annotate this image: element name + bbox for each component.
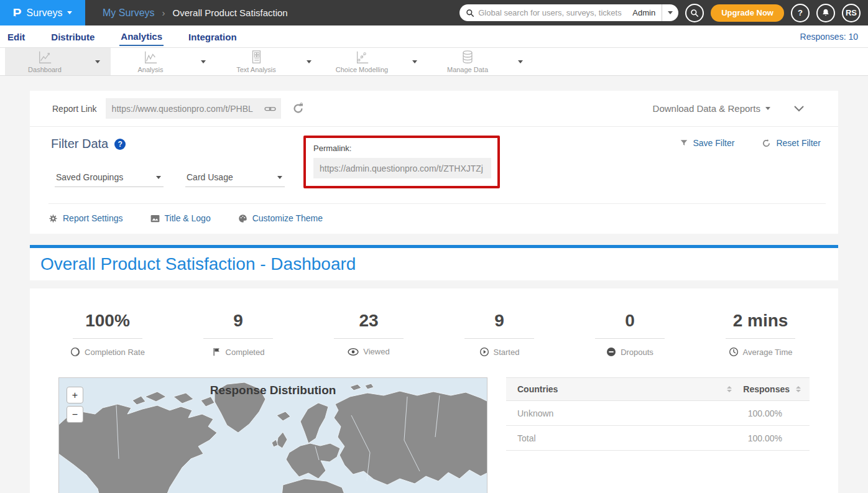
breadcrumb-my-surveys[interactable]: My Surveys [103,7,155,19]
report-title-band: Overall Product Satisfaction - Dashboard [30,245,838,280]
save-filter-label: Save Filter [693,138,735,148]
card-usage-select[interactable]: Card Usage [185,170,285,187]
palette-icon [238,214,247,223]
chevron-down-icon [67,11,72,14]
filter-help-icon[interactable]: ? [114,139,126,150]
stat-label: Started [494,348,520,357]
saved-groupings-select[interactable]: Saved Groupings [55,170,164,187]
clock-icon [729,347,739,357]
countries-column-header[interactable]: Countries [517,384,558,394]
map-zoom-in-button[interactable]: + [67,387,83,403]
report-settings-label: Report Settings [63,213,123,223]
stat-dropouts: 0 Dropouts [565,311,695,357]
filter-data-heading: Filter Data [51,137,108,151]
notifications-button[interactable] [816,4,835,22]
upgrade-now-button[interactable]: Upgrade Now [711,4,784,22]
toolbar-tab-label: Dashboard [28,66,62,73]
tab-analytics[interactable]: Analytics [119,27,164,46]
chevron-down-icon [277,176,282,179]
page-title: Overall Product Satisfaction - Dashboard [40,254,356,274]
refresh-icon [762,139,771,148]
funnel-icon [680,139,688,147]
response-distribution-map[interactable]: Response Distribution + − [58,377,487,493]
sort-icon[interactable] [796,386,801,392]
surveys-product-menu[interactable]: P Surveys [0,0,85,25]
search-scope-dropdown[interactable] [662,4,678,21]
saved-groupings-value: Saved Groupings [56,172,123,182]
country-cell: Total [517,433,748,443]
stat-value: 0 [565,311,695,331]
secure-report-lock-icon[interactable] [292,103,304,114]
breadcrumb-separator: › [162,7,165,18]
database-icon [459,50,476,65]
global-search-input[interactable] [478,8,626,17]
card-usage-value: Card Usage [187,172,233,182]
title-logo-link[interactable]: Title & Logo [150,213,211,223]
responses-column-header[interactable]: Responses [743,384,790,394]
map-zoom-out-button[interactable]: − [67,406,83,423]
report-settings-link[interactable]: Report Settings [48,213,123,223]
line-chart-icon [37,50,53,65]
chevron-down-icon [156,176,161,179]
country-cell: Unknown [517,408,748,418]
stat-average-time: 2 mins Average Time [695,311,826,357]
responses-cell: 100.00% [748,408,782,418]
responses-cell: 100.00% [748,433,782,443]
table-row: Unknown 100.00% [506,401,810,426]
search-icon [466,9,474,17]
stat-viewed: 23 Viewed [303,311,434,357]
stat-completion-rate: 100% Completion Rate [42,311,173,357]
document-grid-icon [248,50,264,65]
toolbar-tab-choice-modelling[interactable]: Choice Modelling [322,48,428,75]
text-analysis-dropdown-caret[interactable] [296,60,322,63]
table-row: Total 100.00% [506,426,810,451]
dashboard-dropdown-caret[interactable] [85,60,111,63]
toolbar-tab-text-analysis[interactable]: Text Analysis [216,48,322,75]
permalink-input[interactable] [320,164,486,173]
toolbar-tab-manage-data[interactable]: Manage Data [428,48,533,75]
report-filter-card: Report Link Download Data & Reports Filt… [30,91,838,234]
countries-table: Countries Responses Unknown 100.00% Tota… [506,377,810,493]
question-mark-icon: ? [798,8,803,17]
tab-distribute[interactable]: Distribute [50,27,96,45]
analysis-dropdown-caret[interactable] [190,60,216,63]
save-filter-button[interactable]: Save Filter [680,138,735,148]
toolbar-tab-analysis[interactable]: Analysis [111,48,216,75]
analytics-toolbar: Dashboard Analysis Text Analysis Choice … [0,48,868,76]
gear-icon [48,214,58,223]
avatar[interactable]: RS [842,4,861,22]
dotted-chart-icon [354,50,370,65]
report-link-field [106,98,281,119]
search-button[interactable] [685,4,704,22]
link-icon[interactable] [264,104,276,113]
report-link-input[interactable] [112,104,264,114]
stat-label: Completed [226,348,265,357]
avatar-initials: RS [846,8,857,17]
toolbar-tab-label: Manage Data [447,66,488,73]
survey-nav: Edit Distribute Analytics Integration Re… [0,25,868,48]
manage-data-dropdown-caret[interactable] [507,60,533,63]
tab-integration[interactable]: Integration [187,27,238,45]
reset-filter-button[interactable]: Reset Filter [762,138,821,148]
top-bar: P Surveys My Surveys › Overall Product S… [0,0,868,25]
help-button[interactable]: ? [791,4,810,22]
choice-modelling-dropdown-caret[interactable] [402,60,428,63]
customize-theme-link[interactable]: Customize Theme [238,213,323,223]
eye-icon [348,348,359,356]
bell-icon [821,8,830,17]
sort-icon[interactable] [727,386,732,392]
download-data-reports-menu[interactable]: Download Data & Reports [653,103,770,114]
search-icon [690,9,699,17]
map-title: Response Distribution [59,384,487,397]
toolbar-tab-label: Text Analysis [236,66,276,73]
permalink-field [313,158,491,178]
dashboard-content-card: 100% Completion Rate 9 Completed 23 View… [30,288,838,493]
minus-circle-icon [606,347,616,357]
chevron-down-icon [765,107,770,110]
customize-theme-label: Customize Theme [252,213,323,223]
tab-edit[interactable]: Edit [6,27,26,45]
toolbar-tab-dashboard[interactable]: Dashboard [5,48,111,75]
flag-icon [212,347,221,357]
report-link-label: Report Link [52,104,97,114]
collapse-panel-chevron[interactable] [794,106,804,112]
